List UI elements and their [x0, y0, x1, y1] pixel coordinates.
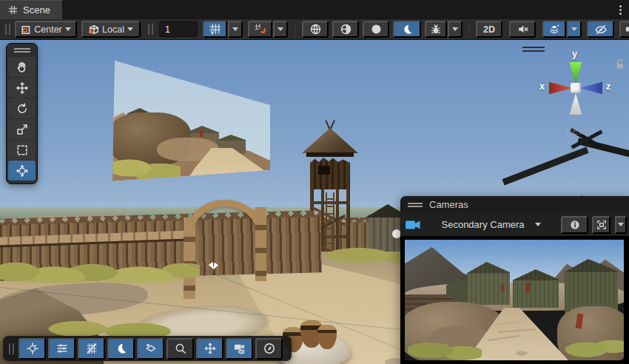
toolbar-drag-handle[interactable] [148, 24, 153, 35]
tool-settings-button[interactable] [48, 338, 75, 360]
debug-toggle[interactable] [425, 21, 447, 38]
left-arrow-icon: ← [551, 124, 562, 137]
overlay-drag-handle[interactable] [522, 47, 545, 52]
solid-circle-icon [370, 23, 383, 36]
grass-patch [44, 314, 178, 339]
search-overlay-button[interactable] [166, 338, 194, 360]
rotation-mode-label: Local [102, 24, 124, 35]
tab-label: Scene [23, 4, 50, 16]
rotate-tool[interactable] [8, 98, 36, 118]
audio-mute-button[interactable] [509, 21, 536, 38]
camera-info-button[interactable] [561, 216, 588, 234]
scale-tool[interactable] [8, 119, 36, 139]
tower-cabin [310, 157, 350, 189]
hand-icon [16, 61, 29, 74]
rect-tool[interactable] [8, 140, 36, 160]
info-icon [569, 219, 581, 231]
half-sphere-icon [340, 23, 352, 36]
tower-window [318, 166, 330, 175]
cameras-panel-header[interactable]: Cameras [400, 196, 629, 213]
chevron-down-icon [278, 27, 283, 31]
cameras-panel-title: Cameras [429, 199, 468, 210]
scale-icon [16, 123, 29, 136]
debug-dropdown[interactable] [448, 21, 462, 38]
kebab-dots [619, 9, 622, 11]
cameras-panel-controls: Secondary Camera [400, 213, 629, 236]
camera-view-icon [233, 342, 246, 355]
move-overlay-button[interactable] [196, 338, 223, 360]
camera-more-dropdown[interactable] [615, 216, 627, 234]
navigation-overlay-button[interactable] [255, 338, 283, 360]
overlay-toolbar [3, 336, 292, 361]
mode-2d-button[interactable]: 2D [476, 21, 502, 38]
camera-settings-button[interactable] [619, 21, 629, 38]
camera-fullscreen-button[interactable] [592, 216, 610, 234]
camera-overlay-button[interactable] [226, 338, 253, 360]
grid-snap-dropdown[interactable] [273, 21, 288, 38]
move-arrows-icon [204, 342, 217, 355]
gizmo-center-cube[interactable] [571, 83, 581, 93]
grid-visibility-button[interactable] [78, 338, 105, 360]
camera-preview-render [405, 240, 624, 360]
overlay-drag-handle[interactable] [14, 48, 30, 53]
toolbar-drag-handle[interactable] [5, 24, 10, 35]
unlocked-padlock-icon[interactable] [615, 58, 626, 70]
chevron-down-icon [127, 27, 133, 31]
scene-visibility-button[interactable] [587, 21, 614, 38]
flare-toggle[interactable] [363, 21, 389, 38]
grid-snap-icon [254, 23, 266, 36]
chevron-down-icon [618, 223, 624, 226]
preview-grass [112, 148, 181, 181]
effects-dropdown[interactable] [567, 21, 582, 38]
move-arrows-icon [16, 81, 29, 95]
view-hand-tool[interactable] [8, 57, 36, 77]
gizmo-x-label[interactable]: x [539, 81, 545, 92]
kebab-menu-icon[interactable] [615, 4, 625, 16]
gate-post-right [255, 207, 266, 281]
grid-snap-button[interactable] [248, 21, 272, 38]
chevron-down-icon [535, 223, 541, 226]
fog-toggle[interactable] [332, 21, 359, 38]
preview-stone [516, 351, 528, 356]
preview-grass [408, 334, 482, 360]
gizmo-y-label[interactable]: y [572, 49, 577, 59]
chevron-down-icon [65, 27, 71, 31]
scene-visibility-overlay-button[interactable] [137, 338, 164, 360]
camera-select-dropdown[interactable]: Secondary Camera [425, 219, 557, 230]
grid-size-input[interactable] [159, 21, 198, 37]
transform-overlay-button[interactable] [18, 338, 46, 360]
tool-settings-icon [56, 342, 69, 355]
move-tool[interactable] [8, 78, 36, 98]
prism-visibility-icon [144, 342, 158, 355]
grid-axis-button[interactable]: Y [203, 21, 227, 38]
overlay-drag-handle[interactable] [9, 343, 14, 354]
gizmo-z-label[interactable]: z [606, 81, 610, 92]
grid-lines-icon [85, 342, 98, 355]
pivot-mode-dropdown[interactable]: Center [15, 21, 77, 38]
projection-mode-label[interactable]: ← Persp [551, 124, 594, 137]
tab-bar: Scene [0, 0, 629, 19]
focus-frame-icon [596, 219, 608, 231]
scene-view-window: Scene Center Local Y [0, 0, 629, 364]
tab-scene[interactable]: Scene [0, 0, 62, 19]
eye-slash-icon [594, 23, 608, 36]
transform-tool[interactable] [8, 161, 36, 181]
rotation-mode-dropdown[interactable]: Local [81, 21, 141, 38]
cameras-panel: Cameras Secondary Camera [400, 196, 629, 364]
grass-patch [0, 247, 200, 283]
camera-icon [625, 23, 629, 36]
effects-button[interactable] [542, 21, 566, 38]
lighting-toggle-button[interactable] [107, 338, 135, 360]
toolbar-separator [295, 23, 296, 36]
grid-axis-dropdown[interactable] [228, 21, 243, 38]
scene-lighting-toggle[interactable] [393, 21, 421, 38]
bug-icon [430, 23, 442, 36]
preview-banner [501, 284, 504, 291]
grid-hash-icon [8, 5, 18, 15]
preview-grass [565, 328, 624, 360]
video-camera-icon [405, 219, 421, 231]
chevron-down-icon [452, 27, 458, 31]
grid-y-icon: Y [209, 23, 221, 36]
overlay-drag-handle[interactable] [408, 203, 423, 207]
skybox-toggle[interactable] [302, 21, 329, 38]
